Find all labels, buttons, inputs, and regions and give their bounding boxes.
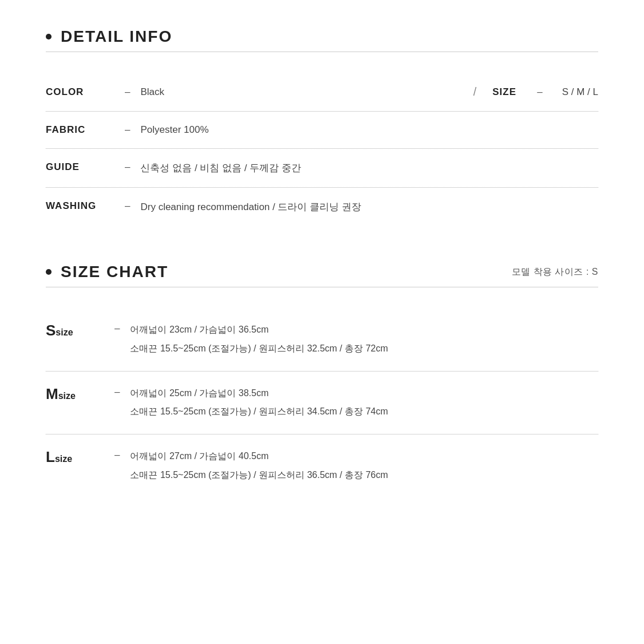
guide-value: 신축성 없음 / 비침 없음 / 두께감 중간: [140, 161, 598, 175]
color-value: Black: [140, 86, 457, 98]
size-suffix-m: size: [58, 391, 76, 401]
washing-label: WASHING: [46, 200, 114, 212]
color-size-row: COLOR – Black / SIZE – S / M / L: [46, 73, 598, 112]
size-row-main-l: Lsize – 어깨넓이 27cm / 가슴넓이 40.5cm 소매끈 15.5…: [46, 448, 598, 484]
size-chart-header: SIZE CHART 모델 착용 사이즈 : S: [46, 263, 598, 287]
size-dash: –: [537, 86, 542, 98]
size-name-l: Lsize: [46, 448, 114, 466]
size-suffix-s: size: [56, 327, 73, 337]
detail-info-title: DETAIL INFO: [61, 27, 172, 46]
size-group: SIZE – S / M / L: [492, 86, 598, 98]
washing-row: WASHING – Dry cleaning recommendation / …: [46, 188, 598, 226]
fabric-dash: –: [125, 124, 130, 136]
size-letter-m: M: [46, 385, 58, 402]
page-container: DETAIL INFO COLOR – Black / SIZE – S / M…: [0, 0, 644, 525]
color-group: COLOR – Black: [46, 86, 457, 98]
size-chart-bullet: [46, 269, 52, 275]
size-label: SIZE: [492, 86, 527, 98]
size-row-l: Lsize – 어깨넓이 27cm / 가슴넓이 40.5cm 소매끈 15.5…: [46, 434, 598, 497]
detail-info-header: DETAIL INFO: [46, 27, 598, 52]
size-measurements-s: 어깨넓이 23cm / 가슴넓이 36.5cm 소매끈 15.5~25cm (조…: [130, 322, 598, 357]
measurement-line2-l: 소매끈 15.5~25cm (조절가능) / 원피스허리 36.5cm / 총장…: [130, 467, 598, 484]
fabric-label: FABRIC: [46, 124, 114, 136]
size-suffix-l: size: [55, 454, 72, 464]
washing-dash: –: [125, 200, 130, 212]
guide-row: GUIDE – 신축성 없음 / 비침 없음 / 두께감 중간: [46, 149, 598, 188]
size-chart-section: SIZE CHART 모델 착용 사이즈 : S Ssize – 어깨넓이 23…: [46, 263, 598, 497]
size-row-main-s: Ssize – 어깨넓이 23cm / 가슴넓이 36.5cm 소매끈 15.5…: [46, 322, 598, 357]
size-measurements-m: 어깨넓이 25cm / 가슴넓이 38.5cm 소매끈 15.5~25cm (조…: [130, 385, 598, 421]
fabric-value: Polyester 100%: [140, 124, 598, 136]
size-measurements-l: 어깨넓이 27cm / 가슴넓이 40.5cm 소매끈 15.5~25cm (조…: [130, 448, 598, 484]
washing-value: Dry cleaning recommendation / 드라이 클리닝 권장: [140, 200, 598, 214]
size-name-s: Ssize: [46, 322, 114, 339]
size-row-s: Ssize – 어깨넓이 23cm / 가슴넓이 36.5cm 소매끈 15.5…: [46, 308, 598, 372]
color-dash: –: [125, 86, 130, 98]
fabric-row: FABRIC – Polyester 100%: [46, 112, 598, 149]
model-note: 모델 착용 사이즈 : S: [512, 266, 598, 278]
size-row-m: Msize – 어깨넓이 25cm / 가슴넓이 38.5cm 소매끈 15.5…: [46, 372, 598, 435]
size-row-main-m: Msize – 어깨넓이 25cm / 가슴넓이 38.5cm 소매끈 15.5…: [46, 385, 598, 421]
size-row-dash-m: –: [114, 386, 120, 398]
measurement-line2-s: 소매끈 15.5~25cm (조절가능) / 원피스허리 32.5cm / 총장…: [130, 341, 598, 357]
size-row-dash-l: –: [114, 449, 120, 461]
size-letter-l: L: [46, 448, 55, 465]
measurement-line1-s: 어깨넓이 23cm / 가슴넓이 36.5cm: [130, 322, 598, 338]
size-rows-container: Ssize – 어깨넓이 23cm / 가슴넓이 36.5cm 소매끈 15.5…: [46, 308, 598, 497]
color-size-slash: /: [473, 85, 477, 98]
size-chart-title: SIZE CHART: [61, 263, 168, 281]
size-value: S / M / L: [562, 86, 598, 98]
size-chart-header-left: SIZE CHART: [46, 263, 168, 281]
size-letter-s: S: [46, 322, 56, 339]
size-name-m: Msize: [46, 385, 114, 403]
guide-dash: –: [125, 161, 130, 173]
guide-label: GUIDE: [46, 161, 114, 173]
detail-info-bullet: [46, 34, 52, 39]
measurement-line1-l: 어깨넓이 27cm / 가슴넓이 40.5cm: [130, 448, 598, 465]
measurement-line1-m: 어깨넓이 25cm / 가슴넓이 38.5cm: [130, 385, 598, 402]
detail-info-section: DETAIL INFO COLOR – Black / SIZE – S / M…: [46, 27, 598, 226]
measurement-line2-m: 소매끈 15.5~25cm (조절가능) / 원피스허리 34.5cm / 총장…: [130, 404, 598, 420]
size-row-dash-s: –: [114, 323, 120, 334]
color-label: COLOR: [46, 86, 114, 98]
